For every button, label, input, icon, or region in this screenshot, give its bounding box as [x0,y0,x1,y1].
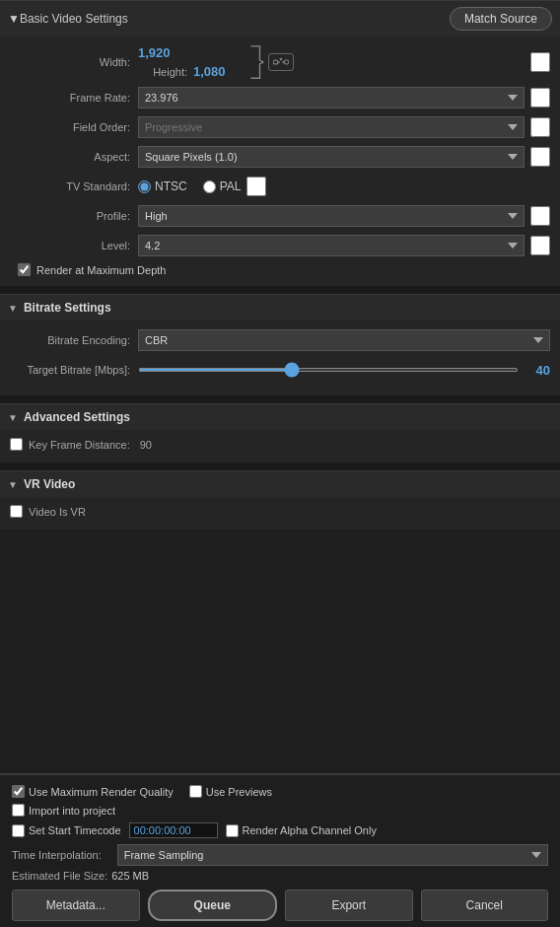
file-size-label: Estimated File Size: [12,870,107,882]
profile-checkbox[interactable] [530,206,550,226]
profile-select-wrapper: Baseline Main High [138,205,525,227]
render-alpha-only-checkbox[interactable] [226,824,239,837]
aspect-select[interactable]: Square Pixels (1.0) D1/DV NTSC (0.9091) [138,146,525,168]
set-start-timecode-item[interactable]: Set Start Timecode [12,824,121,837]
keyframe-row: Key Frame Distance: 90 [10,438,550,451]
export-button[interactable]: Export [285,890,413,921]
frame-rate-row: Frame Rate: 23.976 24 25 29.97 30 [10,86,550,109]
level-select-wrapper: 4.0 4.1 4.2 5.0 5.1 [138,235,525,256]
vr-content: Video Is VR [0,497,560,530]
unlink-icon [273,56,289,68]
field-order-select[interactable]: Progressive Upper Field First Lower Fiel… [138,116,525,138]
use-previews-item[interactable]: Use Previews [189,785,272,798]
metadata-button[interactable]: Metadata... [12,890,140,921]
pal-label: PAL [220,179,242,193]
frame-rate-control: 23.976 24 25 29.97 30 [138,87,550,108]
tv-standard-row: TV Standard: NTSC PAL [10,175,550,198]
vr-chevron-icon: ▼ [8,479,18,490]
main-container: ▼ Basic Video Settings Match Source Widt… [0,0,560,927]
profile-row: Profile: Baseline Main High [10,204,550,228]
target-bitrate-control: 40 [138,363,550,378]
width-height-checkbox[interactable] [530,52,550,72]
separator-2 [0,395,560,403]
pal-radio-item[interactable]: PAL [203,179,242,193]
field-order-control: Progressive Upper Field First Lower Fiel… [138,116,550,138]
field-order-row: Field Order: Progressive Upper Field Fir… [10,115,550,139]
bitrate-chevron-icon: ▼ [8,303,18,314]
keyframe-checkbox[interactable] [10,438,23,451]
import-into-project-item[interactable]: Import into project [12,804,115,817]
tv-standard-label: TV Standard: [10,180,138,192]
aspect-label: Aspect: [10,151,138,163]
bottom-row-2: Import into project [12,804,548,817]
video-is-vr-label[interactable]: Video Is VR [29,506,86,518]
aspect-checkbox[interactable] [530,147,550,167]
level-checkbox[interactable] [530,236,550,255]
svg-rect-0 [273,60,278,64]
basic-video-section-header[interactable]: ▼ Basic Video Settings Match Source [0,0,560,36]
import-into-project-label: Import into project [29,805,115,817]
timecode-input[interactable] [129,822,218,838]
field-order-checkbox[interactable] [530,117,550,137]
ntsc-radio-item[interactable]: NTSC [138,179,187,193]
bitrate-slider-container: 40 [138,363,550,378]
tv-standard-checkbox[interactable] [246,177,266,196]
render-max-depth-row: Render at Maximum Depth [18,263,550,276]
match-source-button[interactable]: Match Source [450,7,552,31]
use-previews-checkbox[interactable] [189,785,202,798]
use-max-render-quality-item[interactable]: Use Maximum Render Quality [12,785,174,798]
set-start-timecode-label: Set Start Timecode [29,824,121,836]
section-header-left: ▼ Basic Video Settings [8,12,128,26]
render-max-depth-checkbox[interactable] [18,263,31,276]
field-order-select-wrapper: Progressive Upper Field First Lower Fiel… [138,116,525,138]
render-alpha-only-label: Render Alpha Channel Only [243,824,377,836]
render-alpha-only-item[interactable]: Render Alpha Channel Only [226,824,377,837]
button-row: Metadata... Queue Export Cancel [12,890,548,921]
ntsc-radio[interactable] [138,180,151,193]
svg-rect-1 [284,60,289,64]
time-interpolation-select[interactable]: Frame Sampling Frame Blending Optical Fl… [117,844,548,866]
bitrate-encoding-select[interactable]: CBR VBR, 1 Pass VBR, 2 Pass [138,329,550,351]
bottom-row-4: Time Interpolation: Frame Sampling Frame… [12,844,548,866]
bitrate-value: 40 [526,363,550,378]
unlink-dimensions-button[interactable] [268,53,294,71]
profile-select[interactable]: Baseline Main High [138,205,525,227]
frame-rate-select[interactable]: 23.976 24 25 29.97 30 [138,87,525,108]
bottom-panel: Use Maximum Render Quality Use Previews … [0,773,560,927]
level-control: 4.0 4.1 4.2 5.0 5.1 [138,235,550,256]
bitrate-section-header[interactable]: ▼ Bitrate Settings [0,294,560,321]
field-order-label: Field Order: [10,121,138,133]
keyframe-label[interactable]: Key Frame Distance: [29,439,130,451]
bitrate-encoding-label: Bitrate Encoding: [10,334,138,346]
svg-line-5 [281,58,282,60]
level-select[interactable]: 4.0 4.1 4.2 5.0 5.1 [138,235,525,256]
link-bracket-icon [246,44,264,80]
cancel-button[interactable]: Cancel [421,890,549,921]
chevron-down-icon: ▼ [8,12,20,26]
set-start-timecode-checkbox[interactable] [12,824,25,837]
width-height-row: Width: 1,920 Height: 1,080 [10,44,550,80]
file-size-value: 625 MB [111,870,149,882]
frame-rate-select-wrapper: 23.976 24 25 29.97 30 [138,87,525,108]
vr-title: VR Video [24,477,75,491]
use-max-render-quality-checkbox[interactable] [12,785,25,798]
vr-row: Video Is VR [10,505,550,518]
time-interpolation-label: Time Interpolation: [12,849,102,861]
basic-video-title: Basic Video Settings [20,12,128,26]
queue-button[interactable]: Queue [148,890,278,921]
frame-rate-checkbox[interactable] [530,88,550,107]
level-row: Level: 4.0 4.1 4.2 5.0 5.1 [10,234,550,257]
video-is-vr-checkbox[interactable] [10,505,23,518]
render-max-depth-label[interactable]: Render at Maximum Depth [36,264,166,276]
height-value[interactable]: 1,080 [193,64,243,79]
bitrate-slider[interactable] [138,368,519,372]
basic-video-content: Width: 1,920 Height: 1,080 [0,36,560,286]
height-label-inline: Height: [138,66,187,78]
bitrate-encoding-row: Bitrate Encoding: CBR VBR, 1 Pass VBR, 2… [10,328,550,352]
width-value[interactable]: 1,920 [138,45,187,60]
vr-section-header[interactable]: ▼ VR Video [0,470,560,497]
profile-control: Baseline Main High [138,205,550,227]
advanced-section-header[interactable]: ▼ Advanced Settings [0,403,560,430]
import-into-project-checkbox[interactable] [12,804,25,817]
pal-radio[interactable] [203,180,216,193]
